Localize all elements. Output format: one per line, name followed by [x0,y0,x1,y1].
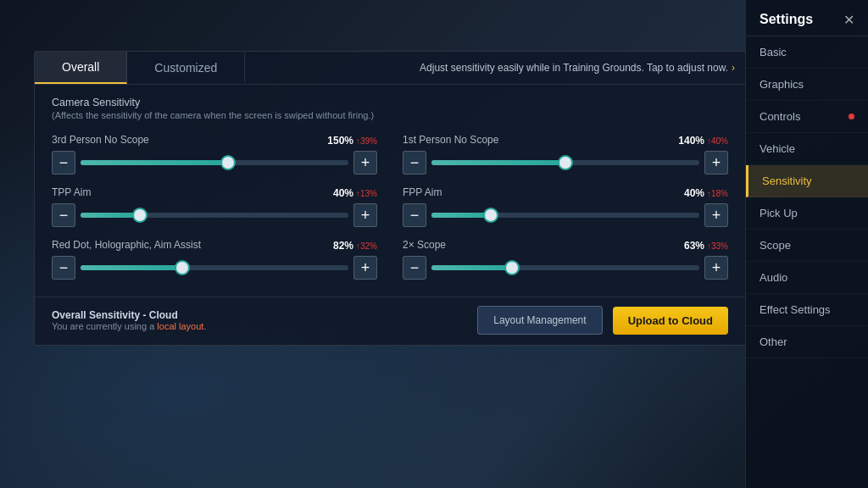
slider-value-1st-person-no-scope: 140%↑40% [678,132,728,147]
main-panel: OverallCustomized Adjust sensitivity eas… [34,51,746,346]
slider-value-3rd-person-no-scope: 150%↑39% [327,132,377,147]
slider-plus-2x-scope[interactable]: + [704,256,728,280]
slider-label-2x-scope: 2× Scope [403,239,446,251]
slider-minus-3rd-person-no-scope[interactable]: − [52,151,75,175]
slider-value-fpp-aim: 40%↑18% [684,185,728,200]
slider-group-3rd-person-no-scope: 3rd Person No Scope150%↑39%−+ [52,132,377,175]
upload-to-cloud-button[interactable]: Upload to Cloud [613,307,728,335]
slider-group-2x-scope: 2× Scope63%↑33%−+ [403,237,728,280]
slider-control-2x-scope: −+ [403,256,728,280]
slider-thumb-3rd-person-no-scope[interactable] [220,155,236,170]
sidebar-item-scope[interactable]: Scope [746,230,868,262]
slider-group-red-dot: Red Dot, Holographic, Aim Assist82%↑32%−… [52,237,377,280]
sidebar-item-label-graphics: Graphics [760,78,804,91]
sidebar-item-controls[interactable]: Controls [746,101,868,133]
sidebar-item-audio[interactable]: Audio [746,262,868,294]
slider-plus-red-dot[interactable]: + [353,256,377,280]
slider-label-row-3rd-person-no-scope: 3rd Person No Scope150%↑39% [52,132,377,147]
cloud-title: Overall Sensitivity - Cloud [52,309,206,321]
content-area: Camera Sensitivity (Affects the sensitiv… [35,85,745,291]
settings-sidebar: Settings ✕ BasicGraphicsControlsVehicleS… [745,0,868,488]
cloud-info: Overall Sensitivity - Cloud You are curr… [52,309,206,331]
slider-control-tpp-aim: −+ [52,203,377,227]
sidebar-item-pickup[interactable]: Pick Up [746,197,868,230]
local-layout-link[interactable]: local layout [157,321,203,331]
sidebar-item-label-effect-settings: Effect Settings [760,303,831,316]
slider-thumb-red-dot[interactable] [175,260,190,275]
slider-label-row-fpp-aim: FPP Aim40%↑18% [403,185,728,200]
tab-overall[interactable]: Overall [35,52,127,84]
slider-label-row-red-dot: Red Dot, Holographic, Aim Assist82%↑32% [52,237,377,252]
slider-track-2x-scope[interactable] [431,256,699,280]
slider-label-3rd-person-no-scope: 3rd Person No Scope [52,134,149,146]
slider-value-red-dot: 82%↑32% [333,237,377,252]
slider-track-red-dot[interactable] [81,256,348,280]
slider-plus-1st-person-no-scope[interactable]: + [704,151,728,175]
slider-minus-1st-person-no-scope[interactable]: − [403,151,426,175]
sidebar-item-vehicle[interactable]: Vehicle [746,133,868,165]
bottom-bar: Overall Sensitivity - Cloud You are curr… [35,297,745,345]
slider-thumb-1st-person-no-scope[interactable] [558,155,573,170]
slider-minus-2x-scope[interactable]: − [403,256,426,280]
slider-thumb-fpp-aim[interactable] [483,208,498,223]
sidebar-item-effect-settings[interactable]: Effect Settings [746,294,868,326]
slider-value-2x-scope: 63%↑33% [684,237,728,252]
slider-value-tpp-aim: 40%↑13% [333,185,377,200]
sidebar-item-label-audio: Audio [760,271,787,284]
slider-group-fpp-aim: FPP Aim40%↑18%−+ [403,185,728,227]
slider-control-red-dot: −+ [52,256,377,280]
slider-minus-fpp-aim[interactable]: − [403,203,426,227]
sidebar-item-label-sensitivity: Sensitivity [762,175,812,187]
slider-control-3rd-person-no-scope: −+ [52,151,377,175]
tabs-row: OverallCustomized Adjust sensitivity eas… [35,52,745,85]
sidebar-item-label-other: Other [760,336,787,348]
sidebar-item-sensitivity[interactable]: Sensitivity [746,165,868,197]
slider-thumb-2x-scope[interactable] [504,260,520,275]
slider-label-red-dot: Red Dot, Holographic, Aim Assist [52,239,201,251]
notice-arrow: › [732,62,735,74]
slider-group-1st-person-no-scope: 1st Person No Scope140%↑40%−+ [403,132,728,175]
sliders-grid: 3rd Person No Scope150%↑39%−+1st Person … [52,132,728,280]
layout-management-button[interactable]: Layout Management [477,306,602,335]
slider-label-1st-person-no-scope: 1st Person No Scope [403,134,498,146]
slider-control-fpp-aim: −+ [403,203,728,227]
slider-track-3rd-person-no-scope[interactable] [81,151,348,175]
sidebar-item-graphics[interactable]: Graphics [746,69,868,101]
sidebar-item-label-pickup: Pick Up [760,207,798,219]
tab-customized[interactable]: Customized [127,53,245,83]
slider-control-1st-person-no-scope: −+ [403,151,728,175]
section-subtitle: (Affects the sensitivity of the camera w… [52,110,728,120]
slider-plus-3rd-person-no-scope[interactable]: + [353,151,377,175]
slider-minus-tpp-aim[interactable]: − [52,203,75,227]
slider-plus-tpp-aim[interactable]: + [353,203,377,227]
sidebar-menu: BasicGraphicsControlsVehicleSensitivityP… [746,36,868,488]
slider-plus-fpp-aim[interactable]: + [704,203,728,227]
sidebar-item-label-controls: Controls [760,110,800,123]
slider-label-tpp-aim: TPP Aim [52,186,91,198]
sidebar-header: Settings ✕ [746,0,868,36]
sidebar-item-label-basic: Basic [760,46,787,58]
training-notice[interactable]: Adjust sensitivity easily while in Train… [245,62,745,74]
slider-label-row-2x-scope: 2× Scope63%↑33% [403,237,728,252]
slider-minus-red-dot[interactable]: − [52,256,75,280]
slider-label-row-tpp-aim: TPP Aim40%↑13% [52,185,377,200]
sidebar-item-basic[interactable]: Basic [746,36,868,69]
slider-group-tpp-aim: TPP Aim40%↑13%−+ [52,185,377,227]
slider-track-fpp-aim[interactable] [431,203,699,227]
slider-thumb-tpp-aim[interactable] [132,208,147,223]
slider-track-tpp-aim[interactable] [81,203,348,227]
sidebar-item-label-scope: Scope [760,239,791,252]
slider-label-row-1st-person-no-scope: 1st Person No Scope140%↑40% [403,132,728,147]
sidebar-title: Settings [760,12,813,27]
slider-label-fpp-aim: FPP Aim [403,186,442,198]
notification-dot-controls [849,114,854,119]
section-title: Camera Sensitivity [52,97,728,108]
sidebar-item-other[interactable]: Other [746,326,868,358]
cloud-desc: You are currently using a local layout. [52,321,206,331]
bottom-buttons: Layout Management Upload to Cloud [477,306,728,335]
slider-track-1st-person-no-scope[interactable] [431,151,699,175]
sidebar-item-label-vehicle: Vehicle [760,142,795,155]
close-button[interactable]: ✕ [839,10,858,29]
